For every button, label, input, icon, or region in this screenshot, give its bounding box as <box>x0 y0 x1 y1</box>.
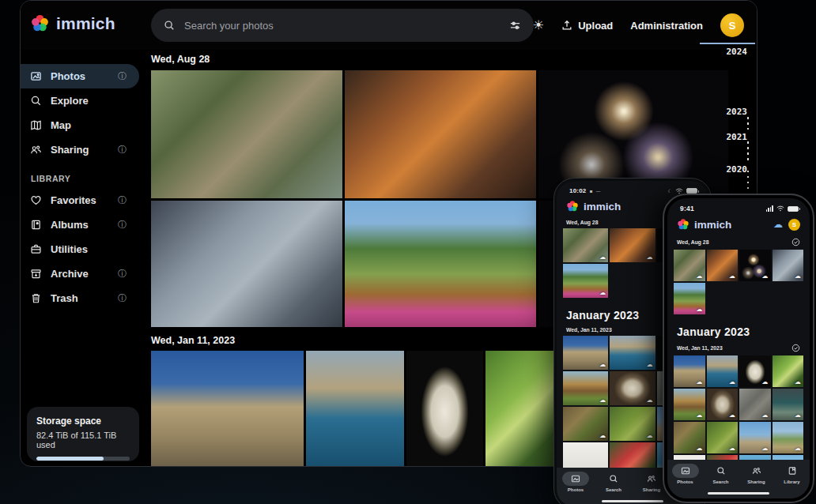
battery-icon <box>788 206 799 212</box>
sidebar-item-map[interactable]: Map <box>21 113 139 137</box>
photo-fortress[interactable]: ☁ <box>674 355 705 387</box>
phone2-app-header: immich ☁ S <box>667 213 810 234</box>
info-icon[interactable]: ⓘ <box>118 268 127 280</box>
photo-ruins[interactable]: ☁ <box>739 389 771 420</box>
info-icon[interactable]: ⓘ <box>118 219 127 231</box>
info-icon[interactable]: ⓘ <box>118 292 127 304</box>
cloud-backup-icon: ☁ <box>647 362 653 368</box>
photo-thanksgiving[interactable]: ☁ <box>707 250 739 281</box>
user-avatar[interactable]: S <box>788 219 800 231</box>
sidebar-item-favorites[interactable]: Favorites ⓘ <box>21 188 139 213</box>
photo-garden[interactable] <box>345 201 536 327</box>
notification-icon: — <box>596 188 601 194</box>
select-all-check-icon[interactable] <box>791 344 800 352</box>
info-icon[interactable]: ⓘ <box>118 194 127 206</box>
photo-lizard[interactable]: ☁ <box>674 422 705 453</box>
nav-item-photos[interactable]: Photos <box>667 464 703 484</box>
scrubber-tick-dots <box>747 171 750 190</box>
nav-item-sharing[interactable]: Sharing <box>739 464 774 484</box>
photo-fortress[interactable] <box>151 351 304 467</box>
cloud-backup-icon: ☁ <box>697 446 703 452</box>
home-indicator[interactable] <box>708 492 769 495</box>
photo-tower[interactable]: ☁ <box>739 422 771 453</box>
administration-link[interactable]: Administration <box>630 20 703 32</box>
cloud-backup-icon: ☁ <box>599 290 606 296</box>
app-title: immich <box>694 219 731 231</box>
cloud-backup-icon: ☁ <box>599 397 606 404</box>
nav-item-search[interactable]: Search <box>703 464 739 484</box>
nav-item-search[interactable]: Search <box>595 472 633 492</box>
photo-castle-sea[interactable]: ☁ <box>610 336 655 370</box>
photo-thanksgiving[interactable]: ☁ <box>610 228 655 262</box>
sidebar-item-sharing[interactable]: Sharing ⓘ <box>21 137 139 162</box>
photo-lizard2[interactable]: ☁ <box>610 407 655 441</box>
search-filter-icon[interactable] <box>509 20 521 32</box>
scrubber-position-indicator[interactable] <box>700 43 755 44</box>
utilities-icon <box>30 243 42 255</box>
photo-village[interactable]: ☁ <box>773 422 804 453</box>
cloud-backup-icon: ☁ <box>599 433 606 439</box>
sidebar-label: Albums <box>51 219 89 231</box>
photo-castle-sea[interactable] <box>306 351 404 467</box>
photo-monkeys[interactable]: ☁ <box>563 228 608 262</box>
home-indicator[interactable] <box>602 500 663 502</box>
immich-brand[interactable]: immich <box>30 13 115 33</box>
theme-toggle-button[interactable]: ☀ <box>533 19 544 32</box>
info-icon[interactable]: ⓘ <box>118 70 127 82</box>
library-icon <box>788 466 797 476</box>
search-bar[interactable] <box>151 9 534 42</box>
user-avatar[interactable]: S <box>720 13 744 37</box>
upload-button[interactable]: Upload <box>561 20 613 32</box>
photo-fireworks[interactable]: ☁ <box>739 250 771 281</box>
photo-xmas[interactable]: ☁ <box>773 389 804 420</box>
photo-thanksgiving[interactable] <box>345 70 536 198</box>
buy-immich-button[interactable]: Buy Immich ⓘ <box>27 466 139 467</box>
photo-hands[interactable]: ☁ <box>773 250 804 281</box>
library-section-header: LIBRARY <box>31 174 139 183</box>
photo-catkins[interactable] <box>485 351 558 467</box>
photo-cliff[interactable]: ☁ <box>674 389 705 420</box>
upload-label: Upload <box>578 20 613 32</box>
albums-icon <box>30 219 42 231</box>
phone2-aug-grid-2: ☁ <box>667 283 810 314</box>
phone2-date-jan: Wed, Jan 11, 2023 <box>667 340 810 355</box>
photo-cliff[interactable]: ☁ <box>563 371 608 405</box>
select-all-check-icon[interactable] <box>791 238 800 246</box>
photo-lizard[interactable]: ☁ <box>563 407 608 441</box>
storage-progress-fill <box>36 457 104 461</box>
photo-castle-sea[interactable]: ☁ <box>707 355 739 387</box>
search-input[interactable] <box>184 20 500 32</box>
photo-statue2[interactable]: ☁ <box>707 389 739 420</box>
sharing-icon <box>752 466 761 476</box>
avatar-initial: S <box>792 221 796 228</box>
photo-fortress[interactable]: ☁ <box>563 336 608 370</box>
nav-label: Library <box>784 480 799 484</box>
photo-hands[interactable] <box>151 201 342 327</box>
photo-statue2[interactable]: ☁ <box>610 371 655 405</box>
nav-item-photos[interactable]: Photos <box>557 472 595 492</box>
sidebar-label: Archive <box>51 268 89 280</box>
sidebar-item-photos[interactable]: Photos ⓘ <box>21 64 139 88</box>
cloud-backup-icon: ☁ <box>647 397 653 404</box>
immich-logo-icon <box>566 200 579 213</box>
photo-statue[interactable]: ☁ <box>739 355 771 387</box>
sidebar-item-utilities[interactable]: Utilities <box>21 237 139 261</box>
photo-statue[interactable] <box>406 351 483 467</box>
phone-mockup-iphone: 9:41 immich ☁ S Wed, Aug 28 ☁☁☁☁ ☁ <box>663 194 814 503</box>
photo-catkins[interactable]: ☁ <box>773 355 804 387</box>
sidebar-item-albums[interactable]: Albums ⓘ <box>21 213 139 237</box>
photo-monkeys[interactable]: ☁ <box>674 250 705 281</box>
sidebar-item-explore[interactable]: Explore <box>21 88 139 113</box>
sidebar-item-archive[interactable]: Archive ⓘ <box>21 261 139 286</box>
photo-lizard2[interactable]: ☁ <box>707 422 739 453</box>
info-icon[interactable]: ⓘ <box>118 144 127 156</box>
cell-signal-icon <box>766 205 773 212</box>
photo-garden[interactable]: ☁ <box>674 283 705 314</box>
cloud-backup-icon: ☁ <box>599 362 606 368</box>
top-navbar: immich ☀ Upload Administration S <box>21 1 757 50</box>
photo-monkeys[interactable] <box>151 70 342 198</box>
cloud-sync-icon[interactable]: ☁ <box>773 220 783 229</box>
sidebar-item-trash[interactable]: Trash ⓘ <box>21 286 139 310</box>
nav-item-library[interactable]: Library <box>774 464 810 484</box>
photo-garden[interactable]: ☁ <box>563 264 608 298</box>
